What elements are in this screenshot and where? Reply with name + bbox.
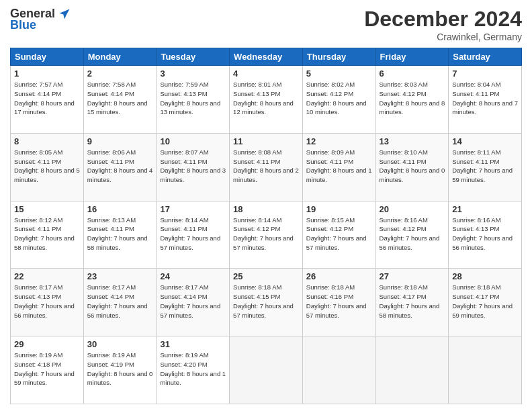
day-number: 24	[160, 271, 226, 281]
title-area: December 2024 Crawinkel, Germany	[364, 7, 522, 42]
day-info: Sunrise: 8:07 AMSunset: 4:11 PMDaylight:…	[160, 148, 226, 185]
calendar-header-thursday: Thursday	[302, 48, 375, 66]
day-number: 17	[160, 204, 226, 214]
calendar-week-row: 15Sunrise: 8:12 AMSunset: 4:11 PMDayligh…	[11, 201, 522, 269]
day-info: Sunrise: 8:06 AMSunset: 4:11 PMDaylight:…	[87, 148, 153, 185]
calendar-cell: 10Sunrise: 8:07 AMSunset: 4:11 PMDayligh…	[157, 133, 230, 201]
logo-bird-icon	[58, 7, 71, 21]
calendar-week-row: 29Sunrise: 8:19 AMSunset: 4:18 PMDayligh…	[11, 336, 522, 404]
day-number: 25	[233, 271, 299, 281]
day-info: Sunrise: 7:57 AMSunset: 4:14 PMDaylight:…	[14, 80, 80, 117]
day-number: 26	[306, 271, 372, 281]
day-number: 28	[452, 271, 518, 281]
calendar-cell: 16Sunrise: 8:13 AMSunset: 4:11 PMDayligh…	[83, 201, 157, 269]
day-info: Sunrise: 8:12 AMSunset: 4:11 PMDaylight:…	[14, 216, 80, 253]
calendar-cell	[302, 336, 375, 404]
day-number: 15	[14, 204, 80, 214]
day-number: 22	[14, 271, 80, 281]
day-info: Sunrise: 8:18 AMSunset: 4:16 PMDaylight:…	[306, 283, 372, 320]
calendar-cell: 23Sunrise: 8:17 AMSunset: 4:14 PMDayligh…	[83, 269, 157, 336]
location: Crawinkel, Germany	[364, 32, 522, 42]
calendar-cell: 27Sunrise: 8:18 AMSunset: 4:17 PMDayligh…	[375, 269, 449, 336]
calendar-header-tuesday: Tuesday	[157, 48, 230, 66]
calendar-header-monday: Monday	[83, 48, 157, 66]
day-info: Sunrise: 8:14 AMSunset: 4:12 PMDaylight:…	[233, 216, 299, 253]
day-info: Sunrise: 7:59 AMSunset: 4:13 PMDaylight:…	[160, 80, 226, 117]
day-info: Sunrise: 8:02 AMSunset: 4:12 PMDaylight:…	[306, 80, 372, 117]
day-info: Sunrise: 8:19 AMSunset: 4:18 PMDaylight:…	[14, 351, 80, 387]
day-info: Sunrise: 8:04 AMSunset: 4:11 PMDaylight:…	[452, 80, 518, 117]
calendar: SundayMondayTuesdayWednesdayThursdayFrid…	[10, 48, 522, 404]
calendar-cell: 11Sunrise: 8:08 AMSunset: 4:11 PMDayligh…	[230, 133, 303, 201]
day-number: 29	[14, 339, 80, 349]
day-number: 16	[87, 204, 153, 214]
calendar-header-wednesday: Wednesday	[230, 48, 303, 66]
day-info: Sunrise: 8:05 AMSunset: 4:11 PMDaylight:…	[14, 148, 80, 185]
calendar-header-friday: Friday	[375, 48, 449, 66]
day-info: Sunrise: 8:16 AMSunset: 4:13 PMDaylight:…	[452, 216, 518, 253]
day-number: 8	[14, 136, 80, 146]
calendar-cell: 28Sunrise: 8:18 AMSunset: 4:17 PMDayligh…	[449, 269, 522, 336]
day-number: 18	[233, 204, 299, 214]
calendar-cell: 4Sunrise: 8:01 AMSunset: 4:13 PMDaylight…	[230, 66, 303, 134]
day-number: 19	[306, 204, 372, 214]
logo-blue-text: Blue	[10, 18, 36, 32]
calendar-week-row: 1Sunrise: 7:57 AMSunset: 4:14 PMDaylight…	[11, 66, 522, 134]
calendar-cell: 31Sunrise: 8:19 AMSunset: 4:20 PMDayligh…	[157, 336, 230, 404]
calendar-cell: 14Sunrise: 8:11 AMSunset: 4:11 PMDayligh…	[449, 133, 522, 201]
calendar-cell: 20Sunrise: 8:16 AMSunset: 4:12 PMDayligh…	[375, 201, 449, 269]
calendar-cell: 2Sunrise: 7:58 AMSunset: 4:14 PMDaylight…	[83, 66, 157, 134]
day-number: 20	[380, 204, 445, 214]
day-number: 23	[87, 271, 153, 281]
calendar-cell: 17Sunrise: 8:14 AMSunset: 4:11 PMDayligh…	[157, 201, 230, 269]
day-number: 10	[160, 136, 226, 146]
calendar-header-saturday: Saturday	[449, 48, 522, 66]
calendar-cell: 30Sunrise: 8:19 AMSunset: 4:19 PMDayligh…	[83, 336, 157, 404]
day-info: Sunrise: 7:58 AMSunset: 4:14 PMDaylight:…	[87, 80, 153, 117]
calendar-cell: 9Sunrise: 8:06 AMSunset: 4:11 PMDaylight…	[83, 133, 157, 201]
day-info: Sunrise: 8:17 AMSunset: 4:14 PMDaylight:…	[87, 283, 153, 320]
day-number: 31	[160, 339, 226, 349]
day-info: Sunrise: 8:19 AMSunset: 4:19 PMDaylight:…	[87, 351, 153, 387]
day-number: 7	[452, 68, 518, 79]
day-info: Sunrise: 8:11 AMSunset: 4:11 PMDaylight:…	[452, 148, 518, 185]
day-number: 1	[14, 68, 80, 79]
day-number: 14	[452, 136, 518, 146]
calendar-cell: 6Sunrise: 8:03 AMSunset: 4:12 PMDaylight…	[375, 66, 449, 134]
calendar-cell: 29Sunrise: 8:19 AMSunset: 4:18 PMDayligh…	[11, 336, 84, 404]
day-number: 3	[160, 68, 226, 79]
day-info: Sunrise: 8:18 AMSunset: 4:17 PMDaylight:…	[380, 283, 445, 320]
day-info: Sunrise: 8:17 AMSunset: 4:14 PMDaylight:…	[160, 283, 226, 320]
calendar-cell: 19Sunrise: 8:15 AMSunset: 4:12 PMDayligh…	[302, 201, 375, 269]
day-number: 13	[380, 136, 445, 146]
page: General Blue December 2024 Crawinkel, Ge…	[0, 0, 532, 411]
calendar-cell: 18Sunrise: 8:14 AMSunset: 4:12 PMDayligh…	[230, 201, 303, 269]
calendar-cell: 13Sunrise: 8:10 AMSunset: 4:11 PMDayligh…	[375, 133, 449, 201]
day-info: Sunrise: 8:13 AMSunset: 4:11 PMDaylight:…	[87, 216, 153, 253]
day-number: 30	[87, 339, 153, 349]
day-number: 27	[380, 271, 445, 281]
day-info: Sunrise: 8:19 AMSunset: 4:20 PMDaylight:…	[160, 351, 226, 387]
calendar-cell: 8Sunrise: 8:05 AMSunset: 4:11 PMDaylight…	[11, 133, 84, 201]
logo: General Blue	[10, 7, 71, 32]
day-info: Sunrise: 8:10 AMSunset: 4:11 PMDaylight:…	[380, 148, 445, 185]
header: General Blue December 2024 Crawinkel, Ge…	[10, 7, 522, 42]
day-info: Sunrise: 8:08 AMSunset: 4:11 PMDaylight:…	[233, 148, 299, 185]
calendar-cell: 3Sunrise: 7:59 AMSunset: 4:13 PMDaylight…	[157, 66, 230, 134]
calendar-cell	[375, 336, 449, 404]
day-info: Sunrise: 8:09 AMSunset: 4:11 PMDaylight:…	[306, 148, 372, 185]
calendar-cell	[230, 336, 303, 404]
calendar-cell: 12Sunrise: 8:09 AMSunset: 4:11 PMDayligh…	[302, 133, 375, 201]
day-info: Sunrise: 8:17 AMSunset: 4:13 PMDaylight:…	[14, 283, 80, 320]
calendar-cell	[449, 336, 522, 404]
calendar-cell: 5Sunrise: 8:02 AMSunset: 4:12 PMDaylight…	[302, 66, 375, 134]
calendar-cell: 1Sunrise: 7:57 AMSunset: 4:14 PMDaylight…	[11, 66, 84, 134]
day-info: Sunrise: 8:03 AMSunset: 4:12 PMDaylight:…	[380, 80, 445, 117]
day-number: 12	[306, 136, 372, 146]
calendar-week-row: 22Sunrise: 8:17 AMSunset: 4:13 PMDayligh…	[11, 269, 522, 336]
day-info: Sunrise: 8:14 AMSunset: 4:11 PMDaylight:…	[160, 216, 226, 253]
calendar-cell: 22Sunrise: 8:17 AMSunset: 4:13 PMDayligh…	[11, 269, 84, 336]
day-number: 21	[452, 204, 518, 214]
day-number: 9	[87, 136, 153, 146]
calendar-header-sunday: Sunday	[11, 48, 84, 66]
